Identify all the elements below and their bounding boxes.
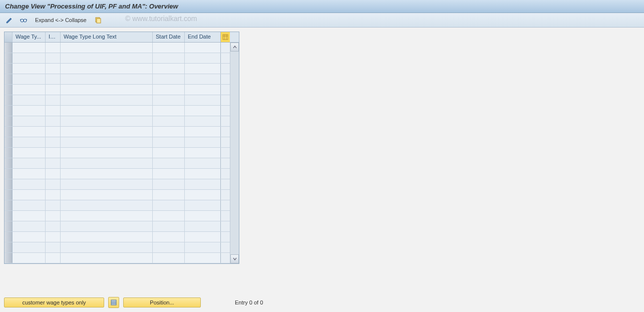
table-cell[interactable] — [185, 158, 221, 168]
table-cell[interactable] — [185, 200, 221, 210]
table-cell[interactable] — [61, 242, 153, 252]
table-cell[interactable] — [61, 190, 153, 200]
table-cell[interactable] — [153, 190, 185, 200]
table-cell[interactable] — [13, 53, 46, 63]
scroll-down-button[interactable] — [230, 254, 239, 263]
table-cell[interactable] — [153, 253, 185, 263]
table-cell[interactable] — [13, 190, 46, 200]
table-cell[interactable] — [13, 221, 46, 231]
table-cell[interactable] — [46, 106, 61, 116]
table-cell[interactable] — [153, 242, 185, 252]
column-long-text[interactable]: Wage Type Long Text — [61, 32, 153, 42]
expand-collapse-label[interactable]: Expand <-> Collapse — [32, 17, 90, 23]
copy-button[interactable] — [93, 15, 104, 25]
table-cell[interactable] — [46, 127, 61, 137]
details-button[interactable] — [18, 15, 29, 25]
table-cell[interactable] — [61, 64, 153, 74]
table-cell[interactable] — [13, 85, 46, 95]
scroll-up-button[interactable] — [230, 43, 239, 52]
table-cell[interactable] — [46, 116, 61, 126]
table-cell[interactable] — [61, 221, 153, 231]
table-cell[interactable] — [13, 74, 46, 84]
row-selector[interactable] — [5, 158, 13, 168]
table-cell[interactable] — [61, 253, 153, 263]
row-selector[interactable] — [5, 53, 13, 63]
table-cell[interactable] — [153, 200, 185, 210]
table-cell[interactable] — [185, 43, 221, 53]
table-cell[interactable] — [13, 127, 46, 137]
row-selector[interactable] — [5, 106, 13, 116]
table-cell[interactable] — [153, 43, 185, 53]
row-selector[interactable] — [5, 211, 13, 221]
table-cell[interactable] — [46, 148, 61, 158]
table-cell[interactable] — [46, 169, 61, 179]
table-cell[interactable] — [13, 211, 46, 221]
row-selector[interactable] — [5, 169, 13, 179]
table-cell[interactable] — [185, 221, 221, 231]
table-cell[interactable] — [13, 137, 46, 147]
table-cell[interactable] — [153, 211, 185, 221]
row-selector[interactable] — [5, 64, 13, 74]
table-cell[interactable] — [13, 148, 46, 158]
table-cell[interactable] — [13, 169, 46, 179]
table-cell[interactable] — [61, 74, 153, 84]
row-selector[interactable] — [5, 116, 13, 126]
row-selector[interactable] — [5, 85, 13, 95]
table-cell[interactable] — [61, 116, 153, 126]
table-cell[interactable] — [185, 106, 221, 116]
table-cell[interactable] — [153, 64, 185, 74]
table-cell[interactable] — [46, 64, 61, 74]
customer-wage-types-button[interactable]: customer wage types only — [4, 297, 104, 307]
table-cell[interactable] — [61, 148, 153, 158]
table-cell[interactable] — [185, 127, 221, 137]
table-cell[interactable] — [185, 74, 221, 84]
table-cell[interactable] — [13, 116, 46, 126]
table-cell[interactable] — [61, 158, 153, 168]
scroll-track[interactable] — [230, 52, 239, 254]
row-selector[interactable] — [5, 232, 13, 242]
table-cell[interactable] — [13, 242, 46, 252]
table-cell[interactable] — [46, 137, 61, 147]
table-cell[interactable] — [46, 158, 61, 168]
table-cell[interactable] — [46, 211, 61, 221]
table-cell[interactable] — [153, 74, 185, 84]
table-cell[interactable] — [46, 242, 61, 252]
row-selector[interactable] — [5, 179, 13, 189]
table-cell[interactable] — [153, 158, 185, 168]
table-cell[interactable] — [153, 53, 185, 63]
table-cell[interactable] — [185, 137, 221, 147]
table-cell[interactable] — [46, 253, 61, 263]
table-cell[interactable] — [46, 190, 61, 200]
table-cell[interactable] — [61, 106, 153, 116]
row-selector[interactable] — [5, 137, 13, 147]
column-end-date[interactable]: End Date — [185, 32, 221, 42]
table-cell[interactable] — [185, 116, 221, 126]
row-selector[interactable] — [5, 127, 13, 137]
table-cell[interactable] — [185, 232, 221, 242]
table-cell[interactable] — [185, 190, 221, 200]
table-cell[interactable] — [13, 95, 46, 105]
table-cell[interactable] — [185, 253, 221, 263]
row-selector[interactable] — [5, 253, 13, 263]
table-cell[interactable] — [46, 74, 61, 84]
table-cell[interactable] — [185, 95, 221, 105]
row-selector[interactable] — [5, 221, 13, 231]
table-cell[interactable] — [185, 211, 221, 221]
table-cell[interactable] — [153, 127, 185, 137]
table-cell[interactable] — [185, 53, 221, 63]
row-selector[interactable] — [5, 43, 13, 53]
table-cell[interactable] — [46, 53, 61, 63]
column-wage-type[interactable]: Wage Ty... — [13, 32, 46, 42]
table-cell[interactable] — [61, 211, 153, 221]
table-cell[interactable] — [61, 179, 153, 189]
table-cell[interactable] — [185, 148, 221, 158]
table-cell[interactable] — [46, 200, 61, 210]
table-cell[interactable] — [153, 221, 185, 231]
table-cell[interactable] — [153, 179, 185, 189]
table-cell[interactable] — [13, 232, 46, 242]
table-cell[interactable] — [46, 43, 61, 53]
table-cell[interactable] — [13, 200, 46, 210]
table-cell[interactable] — [153, 137, 185, 147]
table-cell[interactable] — [46, 85, 61, 95]
table-cell[interactable] — [185, 85, 221, 95]
